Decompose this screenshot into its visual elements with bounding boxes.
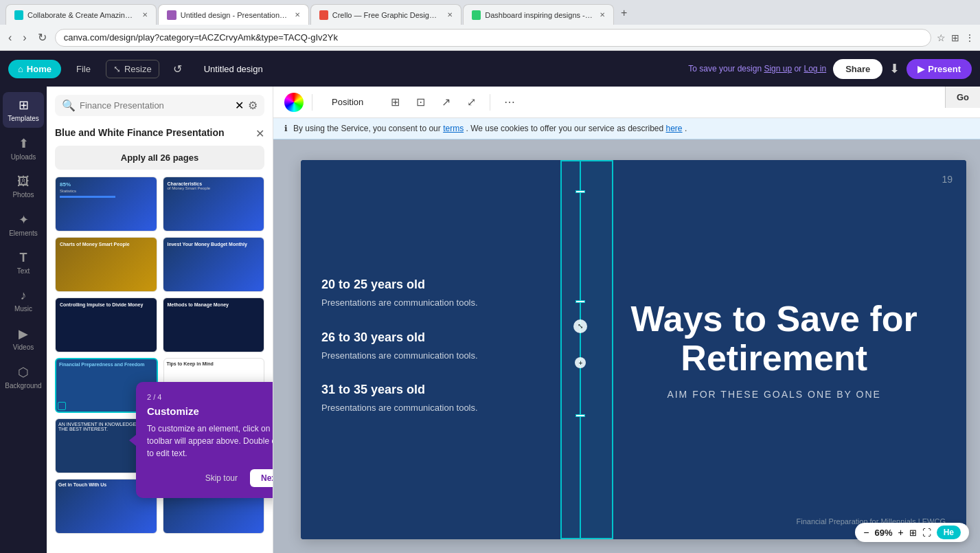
tab-favicon-4 bbox=[472, 10, 481, 20]
browser-tab-3[interactable]: Crello — Free Graphic Design Se... ✕ bbox=[310, 4, 461, 25]
elements-icon: ✦ bbox=[19, 212, 29, 227]
template-thumb-4[interactable]: Invest Your Money Budget Monthly bbox=[163, 237, 265, 292]
clear-search-icon[interactable]: ✕ bbox=[235, 99, 244, 112]
template-thumb-3[interactable]: Charts of Money Smart People bbox=[55, 237, 157, 292]
separator-2 bbox=[490, 94, 490, 111]
extensions-icon[interactable]: ⊞ bbox=[951, 32, 959, 43]
log-in-link[interactable]: Log in bbox=[804, 64, 826, 74]
slide-canvas[interactable]: 19 20 to 25 years old Presentations are … bbox=[301, 160, 966, 539]
slide-right-panel: Ways to Save for Retirement AIM FOR THES… bbox=[582, 160, 966, 539]
play-icon: ▶ bbox=[918, 64, 924, 74]
left-sidebar: ⊞ Templates ⬆ Uploads 🖼 Photos ✦ Element… bbox=[0, 87, 47, 553]
text-icon: T bbox=[20, 251, 27, 265]
forward-button[interactable]: › bbox=[20, 29, 29, 47]
tab-close-4[interactable]: ✕ bbox=[600, 11, 605, 19]
crop-button[interactable]: ⊡ bbox=[411, 93, 431, 111]
document-title: Untitled design bbox=[204, 64, 263, 74]
tour-body: To customize an element, click on it. A … bbox=[147, 422, 273, 460]
age-label-2: 26 to 30 years old bbox=[321, 330, 558, 345]
tab-close-3[interactable]: ✕ bbox=[447, 11, 453, 19]
refresh-button[interactable]: ↻ bbox=[35, 28, 49, 47]
tab-close-1[interactable]: ✕ bbox=[142, 11, 148, 19]
color-palette-button[interactable] bbox=[284, 93, 304, 112]
sidebar-item-background[interactable]: ⬡ Background bbox=[3, 359, 44, 395]
resize-icon: ⤡ bbox=[113, 64, 121, 74]
browser-actions: ☆ ⊞ ⋮ bbox=[937, 32, 975, 43]
filter-icon[interactable]: ⚙ bbox=[248, 99, 258, 112]
search-input[interactable] bbox=[80, 100, 231, 111]
sidebar-item-templates[interactable]: ⊞ Templates bbox=[3, 92, 44, 128]
tour-title: Customize bbox=[147, 405, 273, 417]
template-thumb-5[interactable]: Controlling Impulse to Divide Money bbox=[55, 297, 157, 352]
browser-tab-4[interactable]: Dashboard inspiring designs - G... ✕ bbox=[463, 4, 614, 25]
share-button[interactable]: Share bbox=[833, 59, 882, 79]
resize-button[interactable]: ⤡ Resize bbox=[106, 60, 159, 78]
address-input[interactable] bbox=[55, 29, 931, 47]
template-thumb-1[interactable]: 85% Statistics bbox=[55, 177, 157, 232]
age-group-1: 20 to 25 years old Presentations are com… bbox=[321, 278, 558, 310]
zoom-out-button[interactable]: − bbox=[863, 527, 869, 538]
tab-favicon-1 bbox=[14, 10, 23, 20]
zoom-in-button[interactable]: + bbox=[898, 527, 903, 538]
next-tour-button[interactable]: Next bbox=[250, 469, 273, 487]
layout-button[interactable]: ⊞ bbox=[385, 93, 405, 111]
template-thumb-2[interactable]: Characteristics of Money Smart People bbox=[163, 177, 265, 232]
flip-button[interactable]: ⤢ bbox=[461, 93, 481, 111]
download-button[interactable]: ⬇ bbox=[889, 61, 900, 76]
rotate-button[interactable]: ↗ bbox=[436, 93, 456, 111]
sidebar-item-text[interactable]: T Text bbox=[3, 245, 44, 280]
panel-close-button[interactable]: ✕ bbox=[255, 127, 264, 140]
browser-tab-1[interactable]: Collaborate & Create Amazing C... ✕ bbox=[5, 4, 157, 25]
undo-button[interactable]: ↺ bbox=[168, 60, 187, 78]
skip-tour-button[interactable]: Skip tour bbox=[198, 469, 244, 487]
photos-icon: 🖼 bbox=[17, 174, 30, 189]
back-button[interactable]: ‹ bbox=[5, 29, 14, 47]
tab-title-2: Untitled design - Presentation |... bbox=[181, 11, 288, 19]
tab-favicon-2 bbox=[167, 10, 176, 20]
tab-bar: Collaborate & Create Amazing C... ✕ Unti… bbox=[0, 0, 980, 25]
browser-tab-2[interactable]: Untitled design - Presentation |... ✕ bbox=[158, 4, 309, 25]
canvas-area[interactable]: Position ⊞ ⊡ ↗ ⤢ ⋯ ℹ By using the Servic… bbox=[273, 87, 980, 553]
age-label-1: 20 to 25 years old bbox=[321, 278, 558, 292]
template-row-1: 85% Statistics Characteristics of Money … bbox=[55, 177, 264, 232]
age-desc-3: Presentations are communication tools. bbox=[321, 401, 558, 415]
template-thumb-6[interactable]: Methods to Manage Money bbox=[163, 297, 265, 352]
home-button[interactable]: ⌂ Home bbox=[8, 60, 61, 78]
age-desc-2: Presentations are communication tools. bbox=[321, 349, 558, 363]
canvas-container[interactable]: 19 20 to 25 years old Presentations are … bbox=[273, 139, 980, 553]
expand-icon[interactable]: ⛶ bbox=[922, 528, 931, 538]
menu-icon[interactable]: ⋮ bbox=[965, 32, 975, 43]
slide-left-panel: 20 to 25 years old Presentations are com… bbox=[301, 160, 579, 539]
terms-link[interactable]: terms bbox=[443, 124, 464, 133]
template-panel: 🔍 ✕ ⚙ Blue and White Finance Presentatio… bbox=[47, 87, 273, 553]
tab-title-4: Dashboard inspiring designs - G... bbox=[485, 11, 593, 19]
age-group-2: 26 to 30 years old Presentations are com… bbox=[321, 330, 558, 363]
bookmark-icon[interactable]: ☆ bbox=[937, 32, 946, 43]
sidebar-item-music[interactable]: ♪ Music bbox=[3, 283, 44, 318]
sidebar-item-photos[interactable]: 🖼 Photos bbox=[3, 169, 44, 204]
search-bar: 🔍 ✕ ⚙ bbox=[55, 95, 264, 116]
tooltip-arrow bbox=[129, 435, 136, 446]
download-icon: ⬇ bbox=[889, 62, 900, 76]
canva-topbar: ⌂ Home File ⤡ Resize ↺ Untitled design T… bbox=[0, 51, 980, 87]
apply-all-button[interactable]: Apply all 26 pages bbox=[55, 146, 264, 170]
cookie-dismiss-button[interactable]: Go bbox=[945, 87, 980, 108]
bottom-zoom-bar: − 69% + ⊞ ⛶ He bbox=[855, 523, 969, 542]
sign-up-link[interactable]: Sign up bbox=[764, 64, 792, 74]
sidebar-item-uploads[interactable]: ⬆ Uploads bbox=[3, 131, 44, 166]
more-button[interactable]: ⋯ bbox=[499, 93, 521, 111]
present-button[interactable]: ▶ Present bbox=[907, 59, 972, 79]
sidebar-item-videos[interactable]: ▶ Videos bbox=[3, 321, 44, 357]
age-desc-1: Presentations are communication tools. bbox=[321, 296, 558, 310]
help-button[interactable]: He bbox=[937, 526, 961, 539]
position-label: Position bbox=[321, 87, 374, 118]
tab-close-2[interactable]: ✕ bbox=[295, 11, 300, 19]
page-grid-icon[interactable]: ⊞ bbox=[909, 528, 917, 538]
tabs-container: Collaborate & Create Amazing C... ✕ Unti… bbox=[0, 4, 633, 25]
sidebar-item-elements[interactable]: ✦ Elements bbox=[3, 207, 44, 242]
template-row-2: Charts of Money Smart People Invest Your… bbox=[55, 237, 264, 292]
search-icon: 🔍 bbox=[62, 99, 76, 112]
new-tab-button[interactable]: + bbox=[615, 4, 633, 25]
here-link[interactable]: here bbox=[666, 124, 683, 133]
file-button[interactable]: File bbox=[69, 60, 98, 78]
